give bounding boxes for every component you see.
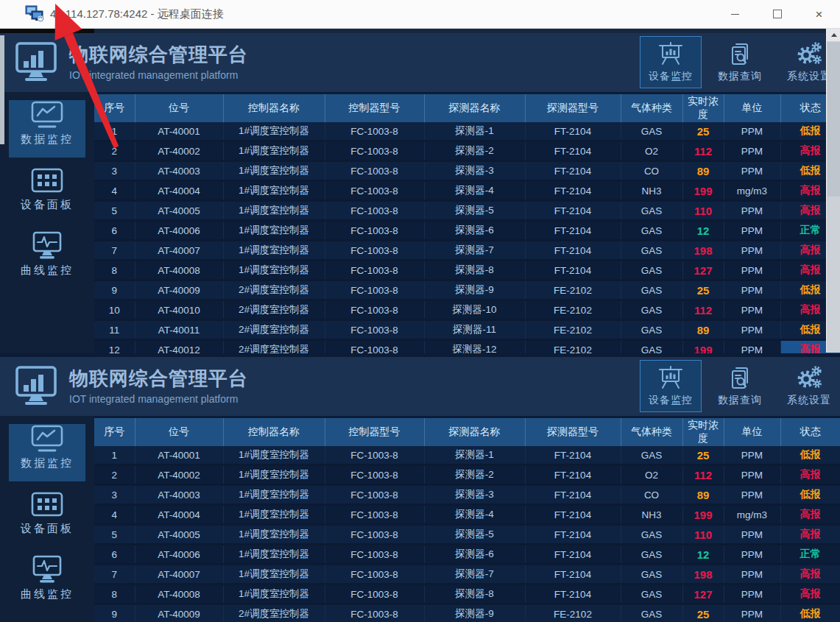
- cell-gas-type: GAS: [621, 604, 682, 622]
- column-header-controller-name: 控制器名称: [223, 94, 325, 122]
- cell-unit: PPM: [724, 320, 780, 340]
- cell-gas-type: NH3: [621, 181, 682, 201]
- cell-controller-model: FC-1003-8: [325, 525, 424, 545]
- cell-tag: AT-40005: [135, 201, 223, 221]
- table-body: 1AT-400011#调度室控制器FC-1003-8探测器-1FT-2104GA…: [94, 446, 840, 622]
- cell-detector-model: FE-2102: [525, 280, 621, 300]
- cell-unit: PPM: [724, 221, 780, 241]
- cell-tag: AT-40006: [135, 545, 223, 565]
- nav-device-monitoring[interactable]: 设备监控: [640, 36, 702, 88]
- curve-monitoring-icon: [30, 555, 64, 586]
- cell-tag: AT-40010: [135, 300, 223, 320]
- cell-controller-model: FC-1003-8: [325, 545, 424, 565]
- cell-detector-model: FT-2104: [525, 141, 621, 161]
- cell-no: 2: [94, 465, 135, 485]
- maximize-button[interactable]: [756, 0, 798, 28]
- sidebar-item-device-panel[interactable]: 设备面板: [9, 166, 85, 223]
- cell-unit: PPM: [724, 604, 780, 622]
- top-strip-blue: [94, 28, 840, 33]
- table-row[interactable]: 7AT-400071#调度室控制器FC-1003-8探测器-7FT-2104GA…: [94, 565, 840, 584]
- cell-controller-name: 2#调度室控制器: [223, 604, 325, 622]
- cell-unit: PPM: [724, 525, 780, 545]
- vertical-scrollbar[interactable]: [826, 28, 840, 353]
- cell-concentration: 199: [682, 505, 724, 525]
- cell-concentration: 112: [682, 300, 724, 320]
- cell-unit: PPM: [724, 584, 780, 604]
- cell-status: 正常: [780, 545, 840, 565]
- table-row[interactable]: 4AT-400041#调度室控制器FC-1003-8探测器-4FT-2104NH…: [94, 181, 840, 201]
- table-row[interactable]: 9AT-400092#调度室控制器FC-1003-8探测器-9FE-2102GA…: [94, 280, 840, 300]
- table-row[interactable]: 6AT-400061#调度室控制器FC-1003-8探测器-6FT-2104GA…: [94, 545, 840, 565]
- cell-controller-model: FC-1003-8: [325, 141, 424, 161]
- cell-unit: PPM: [724, 261, 780, 280]
- table-row[interactable]: 11AT-400112#调度室控制器FC-1003-8探测器-11FE-2102…: [94, 320, 840, 340]
- cell-no: 10: [94, 300, 135, 320]
- cell-gas-type: GAS: [621, 584, 682, 604]
- cell-tag: AT-40007: [135, 241, 223, 261]
- cell-concentration: 198: [682, 565, 724, 584]
- cell-tag: AT-40003: [135, 161, 223, 181]
- table-row[interactable]: 1AT-400011#调度室控制器FC-1003-8探测器-1FT-2104GA…: [94, 446, 840, 465]
- table-row[interactable]: 7AT-400071#调度室控制器FC-1003-8探测器-7FT-2104GA…: [94, 241, 840, 261]
- device-table: 序号位号控制器名称控制器型号探测器名称探测器型号气体种类实时浓度单位状态 1AT…: [94, 416, 840, 622]
- sidebar-item-data-monitoring[interactable]: 数据监控: [9, 100, 85, 158]
- cell-no: 7: [94, 241, 135, 261]
- cell-controller-model: FC-1003-8: [325, 221, 424, 241]
- cell-no: 6: [94, 221, 135, 241]
- maximize-icon: [773, 10, 782, 18]
- table-row[interactable]: 1AT-400011#调度室控制器FC-1003-8探测器-1FT-2104GA…: [94, 122, 840, 141]
- table-row[interactable]: 2AT-400021#调度室控制器FC-1003-8探测器-2FT-2104O2…: [94, 141, 840, 161]
- table-row[interactable]: 3AT-400031#调度室控制器FC-1003-8探测器-3FT-2104CO…: [94, 485, 840, 505]
- sidebar-item-curve-monitoring[interactable]: 曲线监控: [9, 231, 85, 289]
- nav-system-settings[interactable]: 系统设置: [778, 360, 840, 412]
- cell-status: 低报: [780, 604, 840, 622]
- table-row[interactable]: 10AT-400102#调度室控制器FC-1003-8探测器-10FE-2102…: [94, 300, 840, 320]
- table-row[interactable]: 3AT-400031#调度室控制器FC-1003-8探测器-3FT-2104CO…: [94, 161, 840, 181]
- cell-concentration: 89: [682, 485, 724, 505]
- cell-detector-name: 探测器-4: [424, 181, 525, 201]
- sidebar-item-curve-monitoring[interactable]: 曲线监控: [9, 555, 85, 612]
- scrollbar-thumb[interactable]: [827, 42, 840, 197]
- cell-detector-model: FE-2102: [525, 604, 621, 622]
- cell-concentration: 110: [682, 525, 724, 545]
- cell-controller-model: FC-1003-8: [325, 300, 424, 320]
- cell-controller-name: 1#调度室控制器: [223, 545, 325, 565]
- nav-device-monitoring[interactable]: 设备监控: [640, 360, 702, 412]
- table-row[interactable]: 2AT-400021#调度室控制器FC-1003-8探测器-2FT-2104O2…: [94, 465, 840, 485]
- table-row[interactable]: 9AT-400092#调度室控制器FC-1003-8探测器-9FE-2102GA…: [94, 604, 840, 622]
- nav-data-query[interactable]: 数据查询: [709, 360, 771, 412]
- table-row[interactable]: 8AT-400081#调度室控制器FC-1003-8探测器-8FT-2104GA…: [94, 261, 840, 280]
- app-title: 物联网综合管理平台: [69, 368, 248, 390]
- table-row[interactable]: 8AT-400081#调度室控制器FC-1003-8探测器-8FT-2104GA…: [94, 584, 840, 604]
- cell-concentration: 112: [682, 465, 724, 485]
- app-body: 数据监控 设备面板: [0, 416, 840, 622]
- system-settings-gear-icon: [796, 40, 822, 67]
- cell-controller-name: 1#调度室控制器: [223, 241, 325, 261]
- table-row[interactable]: 5AT-400051#调度室控制器FC-1003-8探测器-5FT-2104GA…: [94, 201, 840, 221]
- sidebar-label: 设备面板: [9, 522, 85, 536]
- table-row[interactable]: 4AT-400041#调度室控制器FC-1003-8探测器-4FT-2104NH…: [94, 505, 840, 525]
- cell-tag: AT-40008: [135, 584, 223, 604]
- cell-detector-model: FT-2104: [525, 545, 621, 565]
- sidebar-item-device-panel[interactable]: 设备面板: [9, 490, 85, 547]
- cell-controller-name: 2#调度室控制器: [223, 320, 325, 340]
- table-row[interactable]: 12AT-400122#调度室控制器FC-1003-8探测器-12FE-2102…: [94, 340, 840, 354]
- sidebar-item-data-monitoring[interactable]: 数据监控: [9, 424, 85, 481]
- minimize-button[interactable]: [714, 0, 756, 28]
- scrollbar-up-button[interactable]: [827, 28, 840, 41]
- close-button[interactable]: ×: [798, 0, 840, 28]
- cell-tag: AT-40011: [135, 320, 223, 340]
- cell-controller-name: 2#调度室控制器: [223, 340, 325, 354]
- cell-tag: AT-40001: [135, 122, 223, 141]
- column-header-controller-name: 控制器名称: [223, 418, 325, 446]
- table-row[interactable]: 6AT-400061#调度室控制器FC-1003-8探测器-6FT-2104GA…: [94, 221, 840, 241]
- table-row[interactable]: 5AT-400051#调度室控制器FC-1003-8探测器-5FT-2104GA…: [94, 525, 840, 545]
- cell-gas-type: GAS: [621, 261, 682, 280]
- nav-data-query[interactable]: 数据查询: [709, 36, 771, 88]
- column-header-detector-model: 探测器型号: [525, 94, 621, 122]
- cell-detector-model: FT-2104: [525, 161, 621, 181]
- app-header: 物联网综合管理平台 IOT integrated management plat…: [0, 33, 840, 92]
- column-header-controller-model: 控制器型号: [325, 418, 424, 446]
- cell-concentration: 12: [682, 545, 724, 565]
- titles: 物联网综合管理平台 IOT integrated management plat…: [69, 44, 248, 81]
